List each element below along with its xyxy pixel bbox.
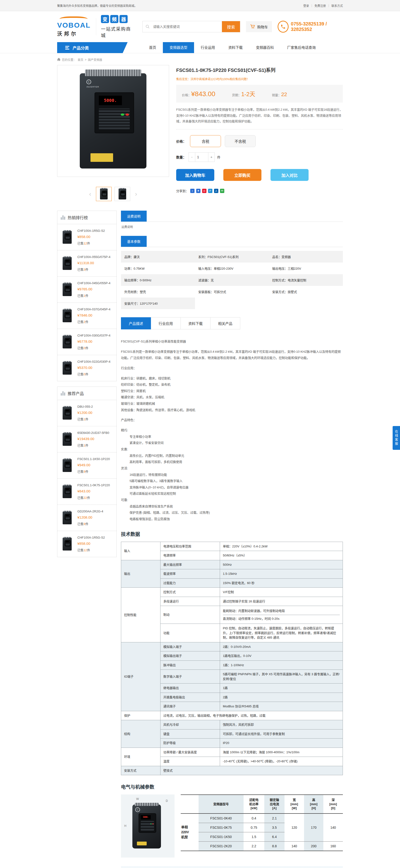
list-item[interactable]: CHF100A-045G/055P-4¥9765.00已售1件 (57, 277, 117, 303)
hotline: 0755-32825139 / 32825352 (278, 21, 343, 33)
cart-label: 购物车 (257, 24, 268, 29)
search-input[interactable] (153, 21, 222, 32)
list-item[interactable]: CHF100A-1R5G-S2¥858.00已售12件 (57, 224, 117, 250)
tab-basic-params[interactable]: 基本参数 (121, 236, 147, 247)
phone-icon (278, 21, 288, 33)
tab-downloads[interactable]: 资料下载 (181, 317, 211, 330)
product-thumb (60, 405, 74, 421)
product-summary: FSCS01系列是一款单相小功率变频器专注于单相小功率，范围从0.4 kW到2.… (176, 107, 343, 124)
quantity-label: 数量： (176, 155, 186, 159)
product-section: C INVERTER 5000. ‹ (57, 65, 343, 201)
nav-item-downloads[interactable]: 资料下载 (222, 42, 249, 53)
page: 聚集海内外众多知名变频器品牌，做最专业的变频器采购商城。 登录 | 免费注册 |… (0, 0, 400, 868)
topbar-links: 登录 | 免费注册 | 联系方式 (303, 4, 343, 8)
hot-sales-box: 热销排行榜 CHF100A-1R5G-S2¥858.00已售12件 CHF100… (57, 211, 117, 381)
list-item[interactable]: DBU-055-2¥1200.00已售1件 (57, 400, 117, 426)
quantity-input[interactable] (195, 153, 208, 162)
recommend-header: 推荐产品 (57, 387, 117, 400)
tab-related[interactable]: 相关产品 (211, 317, 240, 330)
tax-option-label: 价格： (176, 139, 186, 144)
tab-description[interactable]: 产品描述 (121, 317, 151, 330)
tax-included-option[interactable]: 含税 (190, 135, 221, 147)
product-gallery: C INVERTER 5000. ‹ (57, 65, 169, 201)
wechat-icon[interactable]: ✉ (220, 189, 224, 193)
pengyou-icon[interactable]: P (208, 189, 212, 193)
main-section: 热销排行榜 CHF100A-1R5G-S2¥858.00已售12件 CHF100… (57, 211, 343, 868)
shipping-text: 运费说明 (121, 225, 342, 229)
renren-icon[interactable]: 人 (214, 189, 218, 193)
list-item[interactable]: CHF100A-037G/045P-4¥7846.00已售2件 (57, 303, 117, 329)
tab-shipping[interactable]: 运费说明 (121, 211, 147, 222)
sidebar: 热销排行榜 CHF100A-1R5G-S2¥858.00已售12件 CHF100… (57, 211, 117, 562)
list-item[interactable]: CHF100A-1R5G-S2¥858.00已售12件 (57, 531, 117, 557)
contact-link[interactable]: 联系方式 (332, 4, 343, 8)
search-bar: 搜索 (143, 21, 241, 32)
product-thumb (60, 281, 74, 298)
login-link[interactable]: 登录 (303, 4, 309, 8)
add-to-cart-button[interactable]: 加入购物车 (176, 169, 214, 181)
register-link[interactable]: 免费注册 (314, 4, 326, 8)
thumbnail-1[interactable] (96, 187, 112, 201)
buy-now-button[interactable]: 立即购买 (223, 169, 261, 181)
basic-params-table: 品牌：康沃系列：FSCS01(CVF-S1)系列品名：变频器 功率：0.75KW… (121, 251, 343, 309)
faded-panel (121, 866, 343, 868)
nav-item-aftersale[interactable]: 厂家售后电话查询 (280, 42, 322, 53)
elec-mech-table: 变频器型号 适配电 机功率 [kW] 额定输 出电流 [A] 宽 [mm] [W… (181, 795, 343, 851)
delivery-value: 1-2天 (241, 91, 255, 97)
online-service-tab[interactable]: 在线客服 (393, 426, 400, 450)
list-item[interactable]: CHF100A-030G/037P-4¥6778.00已售0件 (57, 329, 117, 355)
quantity-unit: 件 (217, 155, 220, 159)
logo-text-cn: 沃邦尔 (57, 30, 95, 37)
sales-label: 销量： (272, 93, 281, 97)
product-description: FSCS01(CVF-S1)系列单相小功率高性能变频器 FSCS01系列是一款单… (121, 338, 343, 522)
divider: | (328, 4, 329, 7)
tab-industry[interactable]: 行业应用 (151, 317, 181, 330)
list-item[interactable]: FSCS01.1-1K50-1P220¥949.00已售9件 (57, 453, 117, 478)
quantity-stepper: - + (189, 152, 215, 162)
elec-mech-section: W D H C 5000. 变频器型号 适配电 (121, 795, 343, 858)
prev-arrow-icon[interactable]: ‹ (87, 191, 93, 197)
thumbnail-2[interactable] (115, 187, 130, 201)
breadcrumb-home[interactable]: 首页 (78, 58, 83, 62)
price-label: 价格： (182, 93, 191, 97)
quantity-plus-button[interactable]: + (208, 153, 215, 161)
share-more-icon[interactable]: + (190, 189, 194, 193)
keypad-keys (99, 108, 130, 129)
delivery-label: 货期： (232, 93, 241, 97)
list-item[interactable]: FSCS01.1-0K75-1P220¥843.00已售22件 (57, 478, 117, 505)
breadcrumb-current: 国产变频器 (88, 58, 102, 62)
qzone-icon[interactable]: ★ (196, 189, 201, 193)
list-item[interactable]: 6SE6430-2UD37-5FB0¥19439.00已售1件 (57, 426, 117, 453)
detail-tabs: 产品描述 行业应用 资料下载 相关产品 (121, 317, 343, 330)
add-to-compare-button[interactable]: 加入对比 (271, 169, 309, 181)
product-category-button[interactable]: 产品分类 (57, 42, 128, 53)
list-item[interactable]: CHF100A-055G/075P-4¥11318.00已售3件 (57, 250, 117, 277)
quantity-minus-button[interactable]: - (189, 153, 195, 161)
weibo-icon[interactable]: ◎ (202, 189, 207, 193)
header: VOBOAL 沃邦尔 变 频 器 一站式采购商城 搜索 (0, 11, 400, 42)
nav-item-industry[interactable]: 行业运用 (194, 42, 222, 53)
product-thumb (60, 229, 74, 245)
dimension-photo: W D H C 5000. (121, 795, 175, 858)
list-item[interactable]: GD200AA-2R2G-4¥1208.00已售9件 (57, 505, 117, 531)
share-row: 分享到： + ★ ◎ P 人 ✉ (176, 188, 343, 193)
bar-chart-icon (61, 215, 65, 220)
bar-chart-icon (61, 391, 65, 396)
share-label: 分享到： (176, 188, 189, 193)
search-button[interactable]: 搜索 (222, 21, 240, 32)
page-title: FSCS01.1-0K75-1P220 FSCS01(CVF-S1)系列 (176, 66, 343, 73)
nav-item-selection[interactable]: 变频器选型 (163, 42, 194, 53)
breadcrumb-prefix: 您的位置： (62, 58, 76, 62)
list-item[interactable]: CHF100A-022G/030P-4¥5370.00已售0件 (57, 355, 117, 381)
cart-button[interactable]: 购物车 (246, 21, 272, 32)
dim-label-w: W (136, 797, 139, 801)
nav-item-home[interactable]: 首页 (143, 42, 163, 53)
next-arrow-icon[interactable]: › (133, 191, 139, 197)
breadcrumb-sep: > (85, 58, 86, 61)
inverter-photo: C INVERTER 5000. (80, 73, 147, 168)
product-thumb (60, 255, 74, 272)
product-thumb (60, 457, 74, 474)
logo[interactable]: VOBOAL 沃邦尔 (57, 17, 95, 37)
tax-excluded-option[interactable]: 不含税 (225, 135, 256, 147)
nav-item-wiki[interactable]: 变频器百科 (249, 42, 280, 53)
